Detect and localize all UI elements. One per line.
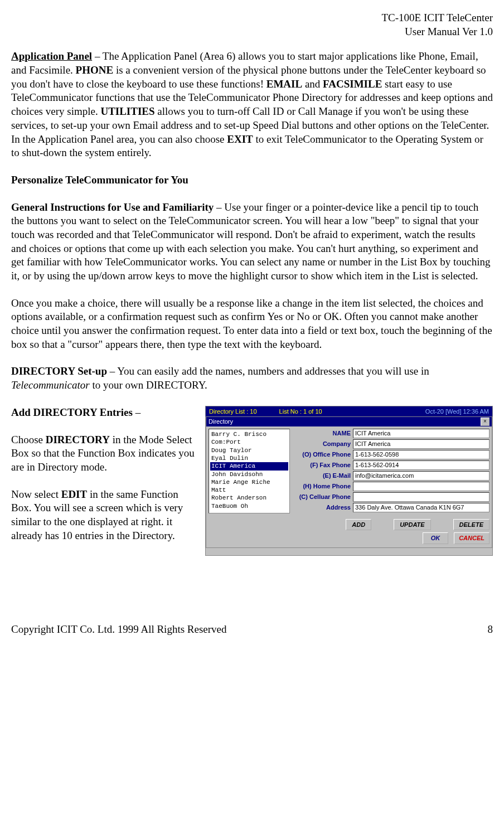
field-input[interactable]: ICIT America xyxy=(353,439,490,449)
list-item[interactable]: Eyal Dulin xyxy=(210,454,288,462)
form-row: Address336 Daly Ave. Ottawa Canada K1N 6… xyxy=(292,503,490,512)
directory-listbox[interactable]: Barry C. BriscoCom:PortDoug TaylorEyal D… xyxy=(209,429,290,513)
field-input[interactable]: ICIT America xyxy=(353,429,490,438)
field-input[interactable]: 1-613-562-0598 xyxy=(353,450,490,459)
ok-button[interactable]: OK xyxy=(423,532,449,544)
status-bar: Directory List : 10 List No : 1 of 10 Oc… xyxy=(206,406,492,416)
app-panel-heading: Application Panel xyxy=(11,50,92,62)
update-button[interactable]: UPDATE xyxy=(394,519,430,530)
header-line1: TC-100E ICIT TeleCenter xyxy=(381,12,493,23)
list-item[interactable]: John Davidsohn xyxy=(210,471,288,478)
status-datetime: Oct-20 [Wed] 12:36 AM xyxy=(425,408,489,415)
list-item[interactable]: Matt xyxy=(210,486,288,494)
list-item[interactable]: Com:Port xyxy=(210,438,288,446)
field-input[interactable]: info@icitamerica.com xyxy=(353,471,490,481)
form-row: (O) Office Phone1-613-562-0598 xyxy=(292,450,490,459)
form-row: (E) E-Mailinfo@icitamerica.com xyxy=(292,471,490,481)
page-number: 8 xyxy=(488,623,493,637)
paragraph-application-panel: Application Panel – The Application Pane… xyxy=(11,50,493,160)
list-item[interactable]: ICIT America xyxy=(210,462,288,470)
paragraph-general-instructions: General Instructions for Use and Familia… xyxy=(11,201,493,283)
paragraph-choose-directory: Choose DIRECTORY in the Mode Select Box … xyxy=(11,433,195,474)
form-row: (C) Celluar Phone xyxy=(292,492,490,502)
page-footer: Copyright ICIT Co. Ltd. 1999 All Rights … xyxy=(11,623,493,637)
field-input[interactable]: 1-613-562-0914 xyxy=(353,460,490,470)
field-label: (F) Fax Phone xyxy=(292,461,353,469)
field-label: (C) Celluar Phone xyxy=(292,493,353,501)
field-label: (O) Office Phone xyxy=(292,450,353,458)
list-item[interactable]: Barry C. Brisco xyxy=(210,430,288,438)
field-label: Address xyxy=(292,503,353,511)
field-input[interactable] xyxy=(353,482,490,491)
status-directory-count: Directory List : 10 xyxy=(209,408,257,415)
paragraph-choice-response: Once you make a choice, there will usual… xyxy=(11,297,493,352)
field-input[interactable]: 336 Daly Ave. Ottawa Canada K1N 6G7 xyxy=(353,503,490,512)
paragraph-personalize-heading: Personalize TeleCommunicator for You xyxy=(11,173,493,187)
page-header: TC-100E ICIT TeleCenter User Manual Ver … xyxy=(11,11,493,38)
header-line2: User Manual Ver 1.0 xyxy=(405,26,493,37)
list-item[interactable]: Robert Anderson xyxy=(210,494,288,502)
list-item[interactable]: TaeBuom Oh xyxy=(210,502,288,510)
list-item[interactable]: Doug Taylor xyxy=(210,447,288,454)
paragraph-add-entries-heading: Add DIRECTORY Entries – xyxy=(11,406,195,420)
window-titlebar: Directory × xyxy=(206,417,492,426)
status-list-position: List No : 1 of 10 xyxy=(279,408,322,415)
paragraph-directory-setup: DIRECTORY Set-up – You can easily add th… xyxy=(11,365,493,392)
field-label: (E) E-Mail xyxy=(292,472,353,479)
directory-form: NAMEICIT AmericaCompanyICIT America(O) O… xyxy=(292,429,490,513)
list-item[interactable]: Marie Ange Riche xyxy=(210,478,288,486)
cancel-button[interactable]: CANCEL xyxy=(454,532,490,544)
window-title: Directory xyxy=(209,418,233,425)
field-input[interactable] xyxy=(353,492,490,502)
form-row: (H) Home Phone xyxy=(292,482,490,491)
form-row: CompanyICIT America xyxy=(292,439,490,449)
form-row: NAMEICIT America xyxy=(292,429,490,438)
delete-button[interactable]: DELETE xyxy=(453,519,490,530)
field-label: (H) Home Phone xyxy=(292,482,353,490)
copyright-text: Copyright ICIT Co. Ltd. 1999 All Rights … xyxy=(11,623,227,635)
directory-screenshot: Directory List : 10 List No : 1 of 10 Oc… xyxy=(205,406,493,556)
directory-window: Directory × Barry C. BriscoCom:PortDoug … xyxy=(206,416,492,548)
paragraph-select-edit: Now select EDIT in the same Function Box… xyxy=(11,488,195,543)
field-label: Company xyxy=(292,440,353,448)
field-label: NAME xyxy=(292,429,353,437)
add-button[interactable]: ADD xyxy=(346,519,371,530)
close-icon[interactable]: × xyxy=(481,418,490,426)
form-row: (F) Fax Phone1-613-562-0914 xyxy=(292,460,490,470)
